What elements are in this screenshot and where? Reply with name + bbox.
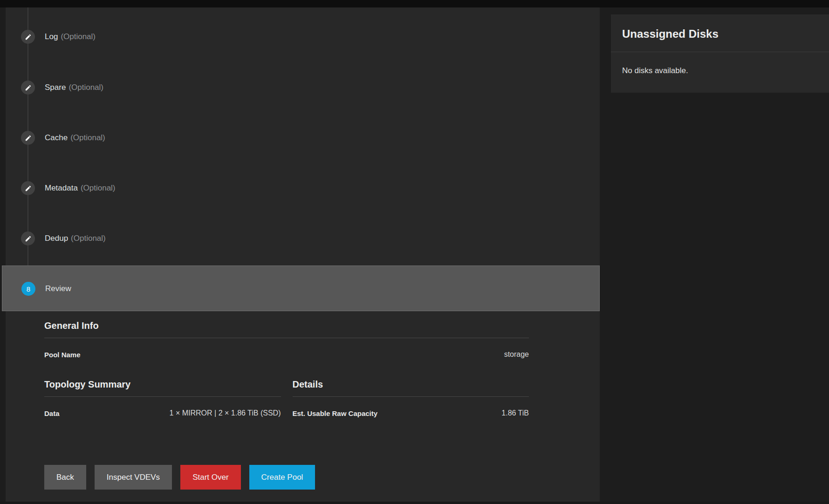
step-metadata[interactable]: Metadata(Optional): [21, 181, 116, 196]
step-title: Dedup: [45, 234, 68, 243]
pool-creation-wizard: Log(Optional) Spare(Optional) Cache(Opti…: [0, 0, 829, 504]
data-vdev-label: Data: [44, 409, 60, 417]
step-label: Metadata(Optional): [45, 184, 116, 193]
step-optional-tag: (Optional): [71, 234, 106, 243]
data-vdev-value: 1 × MIRROR | 2 × 1.86 TiB (SSD): [170, 409, 281, 417]
topology-summary-heading: Topology Summary: [44, 379, 281, 397]
create-pool-button[interactable]: Create Pool: [249, 465, 315, 490]
pool-name-label: Pool Name: [44, 351, 81, 359]
topology-summary-column: Topology Summary Data 1 × MIRROR | 2 × 1…: [44, 379, 281, 429]
step-review[interactable]: 8 Review: [21, 281, 71, 296]
bottom-edge-strip: [0, 502, 829, 504]
step-title: Spare: [45, 83, 66, 92]
step-title: Log: [45, 32, 58, 41]
data-vdev-row: Data 1 × MIRROR | 2 × 1.86 TiB (SSD): [44, 397, 281, 429]
step-label: Log(Optional): [45, 32, 96, 41]
step-spare[interactable]: Spare(Optional): [21, 80, 103, 95]
top-bar: [0, 0, 829, 7]
step-optional-tag: (Optional): [61, 32, 96, 41]
summary-columns: Topology Summary Data 1 × MIRROR | 2 × 1…: [44, 379, 529, 429]
step-title: Metadata: [45, 184, 78, 192]
details-heading: Details: [293, 379, 529, 397]
details-column: Details Est. Usable Raw Capacity 1.86 Ti…: [293, 379, 529, 429]
step-optional-tag: (Optional): [70, 133, 105, 142]
step-label: Cache(Optional): [45, 133, 105, 143]
unassigned-disks-title: Unassigned Disks: [622, 27, 818, 41]
unassigned-disks-empty-message: No disks available.: [611, 52, 829, 89]
step-label: Spare(Optional): [45, 83, 103, 92]
step-optional-tag: (Optional): [81, 184, 116, 192]
step-title: Review: [45, 284, 71, 293]
pencil-icon: [21, 232, 35, 245]
pool-name-value: storage: [504, 350, 529, 359]
pencil-icon: [21, 30, 35, 44]
step-dedup[interactable]: Dedup(Optional): [21, 231, 106, 246]
back-button[interactable]: Back: [44, 465, 86, 490]
usable-capacity-value: 1.86 TiB: [501, 409, 529, 417]
step-number: 8: [27, 285, 30, 293]
review-summary: General Info Pool Name storage Topology …: [44, 320, 529, 429]
inspect-vdevs-button[interactable]: Inspect VDEVs: [95, 465, 172, 490]
wizard-action-buttons: Back Inspect VDEVs Start Over Create Poo…: [44, 465, 315, 490]
step-cache[interactable]: Cache(Optional): [21, 130, 105, 145]
pencil-icon: [21, 81, 35, 95]
unassigned-disks-card: Unassigned Disks No disks available.: [611, 14, 829, 93]
usable-capacity-label: Est. Usable Raw Capacity: [293, 409, 378, 417]
pool-wizard-panel: Log(Optional) Spare(Optional) Cache(Opti…: [6, 7, 600, 504]
step-review-selected[interactable]: 8 Review: [2, 266, 600, 311]
step-log[interactable]: Log(Optional): [21, 29, 96, 44]
step-label: Review: [45, 284, 71, 293]
step-number-badge: 8: [21, 282, 35, 296]
pencil-icon: [21, 181, 35, 195]
general-info-heading: General Info: [44, 320, 529, 338]
step-label: Dedup(Optional): [45, 234, 106, 243]
pencil-icon: [21, 131, 35, 145]
step-title: Cache: [45, 133, 68, 142]
step-optional-tag: (Optional): [69, 83, 103, 92]
start-over-button[interactable]: Start Over: [180, 465, 240, 490]
pool-name-row: Pool Name storage: [44, 338, 529, 371]
usable-capacity-row: Est. Usable Raw Capacity 1.86 TiB: [293, 397, 529, 429]
unassigned-disks-header: Unassigned Disks: [611, 14, 829, 52]
